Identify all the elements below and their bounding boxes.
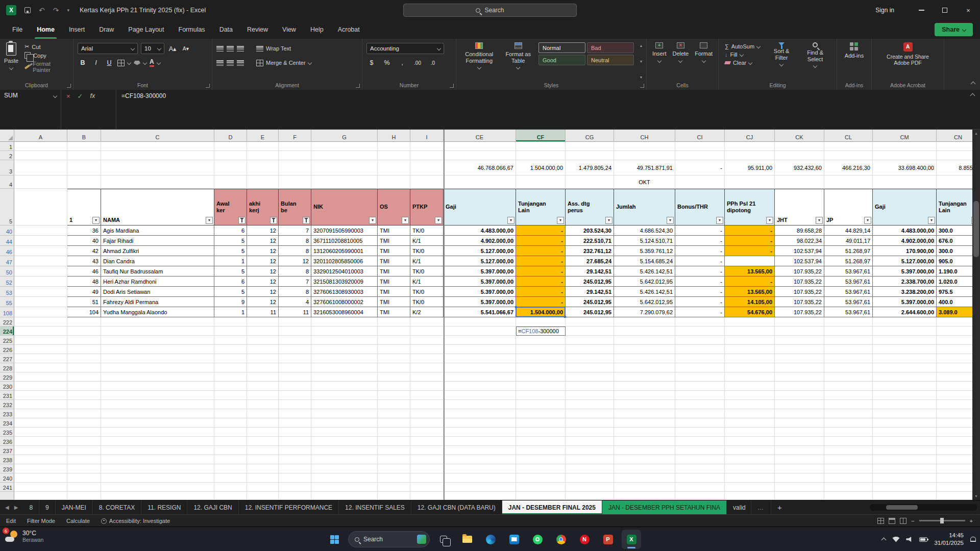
cell[interactable]: [566, 372, 614, 382]
sheet-tab-12-insentif-performance[interactable]: 12. INSENTIF PERFORMANCE: [239, 500, 339, 514]
cell[interactable]: [824, 327, 873, 336]
column-header-I[interactable]: I: [410, 130, 444, 142]
cell[interactable]: TMI: [378, 266, 410, 277]
cell[interactable]: [311, 354, 378, 363]
cell[interactable]: 5.397.000,00: [444, 297, 516, 307]
cell[interactable]: 245.012,95: [566, 307, 614, 317]
cell[interactable]: 27.685,24: [566, 256, 614, 266]
cell[interactable]: [101, 160, 214, 176]
cell[interactable]: [824, 151, 873, 160]
cell[interactable]: [279, 354, 311, 363]
cell[interactable]: [566, 455, 614, 464]
close-button[interactable]: ×: [957, 0, 980, 20]
cell[interactable]: [566, 317, 614, 327]
cell[interactable]: 5.397.000,00: [444, 266, 516, 277]
vertical-scrollbar[interactable]: ▲ ▼: [972, 130, 980, 500]
clock[interactable]: 14:45 31/01/2025: [934, 532, 964, 547]
cell[interactable]: [311, 483, 378, 492]
cell[interactable]: [725, 372, 775, 382]
cell[interactable]: -: [725, 236, 775, 246]
cell[interactable]: [378, 317, 410, 327]
cell[interactable]: [725, 464, 775, 473]
cell[interactable]: [14, 391, 67, 400]
cell[interactable]: TK/0: [410, 287, 444, 297]
filter-dropdown-button[interactable]: ▾: [766, 217, 773, 224]
cell[interactable]: 51.268,97: [824, 256, 873, 266]
cell[interactable]: [444, 354, 516, 363]
cell[interactable]: [824, 382, 873, 391]
sheet-tab-jan-mei[interactable]: JAN-MEI: [56, 500, 93, 514]
cell[interactable]: [614, 428, 675, 437]
cell[interactable]: [67, 446, 101, 455]
cell[interactable]: [311, 142, 378, 151]
cell[interactable]: 5.397.000,00: [873, 297, 937, 307]
cell[interactable]: [873, 446, 937, 455]
cell[interactable]: [775, 455, 824, 464]
cell[interactable]: 7: [279, 226, 311, 236]
cell[interactable]: [775, 464, 824, 473]
cell[interactable]: [311, 327, 378, 336]
cell[interactable]: [214, 176, 247, 189]
cell[interactable]: [873, 336, 937, 345]
cell[interactable]: [311, 428, 378, 437]
cell[interactable]: [14, 473, 67, 483]
page-break-view-icon[interactable]: [900, 518, 906, 524]
cell[interactable]: [67, 437, 101, 446]
styles-dialog-launcher-icon[interactable]: [640, 84, 644, 88]
row-header-227[interactable]: 227: [0, 354, 14, 363]
cell[interactable]: [101, 391, 214, 400]
cell[interactable]: -: [675, 236, 725, 246]
wifi-icon[interactable]: [892, 537, 899, 542]
cell[interactable]: 49.011,17: [824, 236, 873, 246]
cell[interactable]: [824, 464, 873, 473]
cell[interactable]: 13.565,00: [725, 266, 775, 277]
cell[interactable]: [311, 437, 378, 446]
cell[interactable]: 12: [247, 266, 279, 277]
cell[interactable]: [516, 317, 566, 327]
battery-icon[interactable]: [919, 537, 927, 542]
cell[interactable]: [101, 446, 214, 455]
insert-function-icon[interactable]: fx: [90, 92, 95, 99]
zoom-out-icon[interactable]: −: [911, 518, 914, 524]
cell[interactable]: [410, 363, 444, 372]
cell[interactable]: [67, 327, 101, 336]
cell[interactable]: [101, 345, 214, 354]
cell[interactable]: [214, 151, 247, 160]
row-header-231[interactable]: 231: [0, 391, 14, 400]
cell[interactable]: [516, 409, 566, 418]
cell[interactable]: 5.127.000,00: [873, 256, 937, 266]
cell[interactable]: [214, 464, 247, 473]
cell[interactable]: [14, 428, 67, 437]
cell[interactable]: [775, 492, 824, 500]
cell[interactable]: [516, 400, 566, 409]
cell[interactable]: K/2: [410, 307, 444, 317]
cell[interactable]: [410, 391, 444, 400]
row-header-5[interactable]: 5: [0, 189, 14, 226]
cell[interactable]: 7: [279, 277, 311, 287]
table-header-B[interactable]: 1▾: [67, 189, 101, 226]
cell[interactable]: TMI: [378, 287, 410, 297]
ribbon-tab-view[interactable]: View: [275, 20, 303, 39]
cell[interactable]: [279, 464, 311, 473]
cell[interactable]: [824, 428, 873, 437]
align-top-icon[interactable]: [216, 46, 224, 52]
cell[interactable]: [824, 363, 873, 372]
cell[interactable]: [410, 176, 444, 189]
cell[interactable]: 3276061308930003: [311, 287, 378, 297]
cell[interactable]: [101, 327, 214, 336]
column-header-CH[interactable]: CH: [614, 130, 675, 142]
cell[interactable]: [873, 317, 937, 327]
cell[interactable]: [101, 483, 214, 492]
cell[interactable]: [101, 372, 214, 382]
cell[interactable]: [14, 151, 67, 160]
cell[interactable]: [378, 428, 410, 437]
cell[interactable]: [247, 464, 279, 473]
cell[interactable]: [516, 345, 566, 354]
filter-dropdown-button[interactable]: ▾: [402, 217, 409, 224]
cell[interactable]: [67, 345, 101, 354]
column-header-CE[interactable]: CE: [444, 130, 516, 142]
cell[interactable]: [311, 160, 378, 176]
cell[interactable]: 170.900,00: [873, 246, 937, 256]
more-sheets-button[interactable]: …: [751, 500, 771, 514]
sheet-tab-jan-desember-final-2025[interactable]: JAN - DESEMBER FINAL 2025: [502, 500, 602, 514]
